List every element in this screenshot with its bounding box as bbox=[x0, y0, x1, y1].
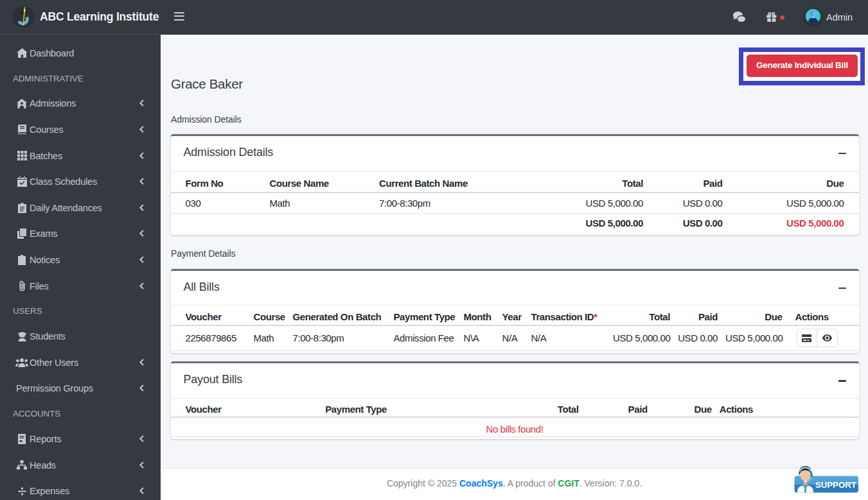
svg-text:SUPPORT: SUPPORT bbox=[815, 480, 856, 490]
